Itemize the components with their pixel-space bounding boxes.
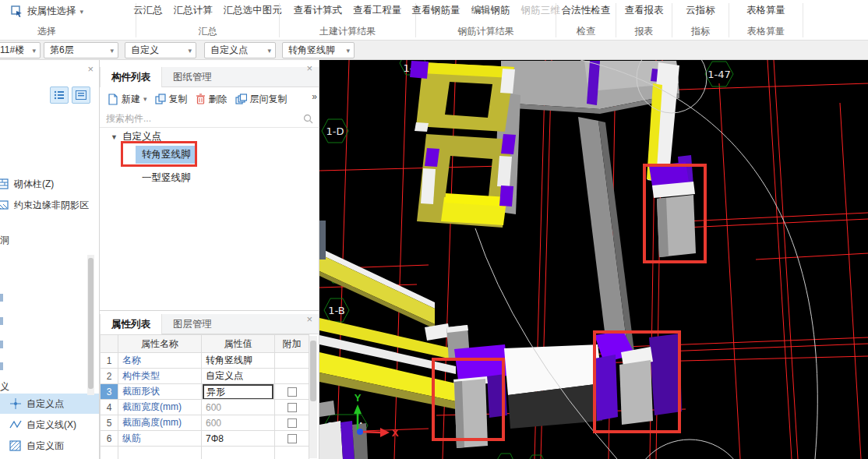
view-rebar-qty-button[interactable]: 查看钢筋量 — [411, 4, 460, 17]
new-component-button[interactable]: 新建 ▾ — [108, 93, 147, 106]
sidebar-item-custom-face[interactable]: 自定义面 — [0, 436, 100, 456]
close-icon[interactable]: × — [306, 62, 312, 74]
section-shape-edit-field[interactable]: 异形 — [203, 384, 273, 400]
header-value[interactable]: 属性值 — [202, 335, 275, 353]
ribbon-group-summary: 云汇总 汇总计算 汇总选中图元 汇总 — [136, 0, 279, 41]
copy-component-button[interactable]: 复制 — [155, 93, 188, 106]
copy-icon — [155, 94, 166, 104]
tree-expander-icon[interactable]: ▼ — [111, 133, 118, 141]
cloud-summary-button[interactable]: 云汇总 — [133, 4, 163, 17]
wall-purple-corner — [425, 148, 439, 167]
prop-name-mingcheng[interactable]: 名称 — [118, 353, 202, 369]
application-window: { "ribbon": { "select": { "button": "按属性… — [0, 0, 868, 459]
cut-item-sliver — [0, 317, 3, 325]
sidebar-item-label: 自定义线(X) — [26, 418, 76, 432]
search-input[interactable] — [106, 111, 301, 126]
detail-view-toggle[interactable] — [72, 87, 90, 104]
select-by-property-button[interactable]: 按属性选择 ▾ — [11, 5, 83, 18]
close-icon[interactable]: × — [87, 63, 94, 75]
component-search — [100, 111, 319, 128]
chevron-down-icon: ▾ — [188, 47, 192, 55]
building-dropdown-value: 院-11#楼 — [0, 44, 32, 57]
prop-value-type[interactable]: 自定义点 — [202, 369, 275, 384]
sidebar-item-opening-partial[interactable]: 洞 — [0, 230, 100, 250]
ribbon-group-label-rebar: 钢筋计算结果 — [416, 25, 556, 38]
custom-line-icon — [9, 418, 22, 431]
sidebar-item-label: 洞 — [0, 234, 9, 247]
delete-button-label: 删除 — [209, 93, 228, 106]
prop-name-section-shape[interactable]: 截面形状 — [118, 384, 202, 400]
grid-label-1-d: 1-D — [326, 125, 344, 137]
tab-layer-management[interactable]: 图层管理 — [162, 314, 223, 334]
property-table-header: 属性名称 属性值 附加 — [101, 335, 309, 353]
prop-name-section-height[interactable]: 截面高度(mm) — [118, 415, 202, 431]
prop-value-section-height[interactable]: 600 — [202, 415, 275, 431]
close-icon[interactable]: × — [306, 313, 312, 325]
axis-triad: Y X — [354, 392, 399, 439]
wall-purple-corner — [501, 134, 516, 154]
type-dropdown[interactable]: 自定义点 ▾ — [204, 42, 276, 58]
delete-component-button[interactable]: 删除 — [196, 93, 228, 106]
prop-name-longitudinal-rebar[interactable]: 纵筋 — [118, 431, 202, 447]
scrollbar-thumb[interactable] — [310, 341, 316, 401]
component-dropdown[interactable]: 转角竖线脚 ▾ — [282, 42, 355, 58]
ribbon-group-table-calc: 表格算量 表格算量 — [729, 0, 803, 41]
property-scrollbar[interactable] — [309, 336, 317, 458]
ribbon-group-label-check: 检查 — [556, 25, 616, 38]
chevron-down-icon: ▾ — [32, 47, 36, 55]
prop-value-longitudinal-rebar[interactable]: 7Φ8 — [202, 431, 275, 447]
chevron-down-icon: ▾ — [110, 47, 114, 55]
extra-checkbox[interactable] — [288, 403, 297, 412]
copy-button-label: 复制 — [169, 93, 188, 106]
list-icon — [54, 90, 65, 100]
sidebar-group-label: 义 — [0, 380, 9, 394]
legality-check-button[interactable]: 合法性检查 — [562, 4, 611, 17]
sidebar-item-label: 砌体柱(Z) — [14, 178, 54, 191]
prop-name-section-width[interactable]: 截面宽度(mm) — [118, 400, 202, 415]
wall-corner-bottom-right — [595, 331, 682, 425]
cloud-index-button[interactable]: 云指标 — [686, 4, 715, 17]
3d-viewport[interactable]: 1-4 1-47 1-D 1-C 1-B 2-B/1-A — [319, 60, 868, 459]
table-row-clipped — [101, 447, 309, 459]
ribbon-group-rebar-results: 查看钢筋量 编辑钢筋 钢筋三维 钢筋计算结果 — [416, 0, 556, 41]
prop-value-mingcheng[interactable]: 转角竖线脚 — [202, 353, 275, 369]
extra-checkbox[interactable] — [288, 387, 297, 397]
sidebar-item-label: 约束边缘非阴影区 — [14, 199, 89, 212]
ribbon-group-report: 查看报表 报表 — [616, 0, 672, 41]
category-dropdown[interactable]: 自定义 ▾ — [125, 42, 196, 58]
sidebar-item-label: 自定义点 — [26, 397, 64, 411]
floor-copy-button[interactable]: 层间复制 — [235, 93, 288, 106]
toolbar-overflow-button[interactable]: » — [312, 91, 317, 102]
custom-point-icon — [9, 397, 22, 410]
sidebar-item-constraint-edge[interactable]: 约束边缘非阴影区 — [0, 195, 100, 215]
property-table: 属性名称 属性值 附加 1 名称 转角竖线脚 2 构件类型 自定义点 3 截面形… — [100, 334, 309, 459]
tab-property-list[interactable]: 属性列表 — [100, 314, 162, 334]
scrollbar-thumb[interactable] — [88, 258, 94, 389]
cut-item-sliver — [0, 294, 3, 302]
wall-purple-corner — [410, 61, 429, 79]
table-calc-button[interactable]: 表格算量 — [746, 4, 785, 17]
floor-dropdown[interactable]: 第6层 ▾ — [44, 42, 118, 58]
list-view-toggle[interactable] — [50, 87, 69, 104]
summary-calc-button[interactable]: 汇总计算 — [174, 4, 213, 17]
ribbon-group-label-civil: 土建计算结果 — [280, 25, 415, 38]
building-dropdown[interactable]: 院-11#楼 ▾ — [0, 42, 41, 58]
axis-z-origin — [357, 429, 363, 435]
prop-name-type[interactable]: 构件类型 — [118, 369, 202, 384]
view-calc-formula-button[interactable]: 查看计算式 — [294, 4, 343, 17]
sidebar-item-masonry-column[interactable]: 砌体柱(Z) — [0, 174, 100, 194]
sidebar-item-custom-point[interactable]: 自定义点 — [0, 394, 100, 414]
view-report-button[interactable]: 查看报表 — [625, 4, 664, 17]
divider-handle[interactable] — [319, 221, 326, 260]
extra-checkbox[interactable] — [288, 434, 297, 443]
prop-value-section-width[interactable]: 600 — [202, 400, 275, 415]
summary-selected-button[interactable]: 汇总选中图元 — [224, 4, 282, 17]
view-quantities-button[interactable]: 查看工程量 — [353, 4, 402, 17]
tree-item-straight-vertical-foot[interactable]: 一型竖线脚 — [136, 169, 197, 187]
tab-drawing-management[interactable]: 图纸管理 — [162, 67, 223, 87]
tab-component-list[interactable]: 构件列表 — [100, 67, 162, 87]
edit-rebar-button[interactable]: 编辑钢筋 — [471, 4, 510, 17]
extra-checkbox[interactable] — [288, 418, 297, 428]
sidebar-scrollbar[interactable] — [87, 255, 94, 395]
sidebar-item-custom-line[interactable]: 自定义线(X) — [0, 415, 100, 435]
